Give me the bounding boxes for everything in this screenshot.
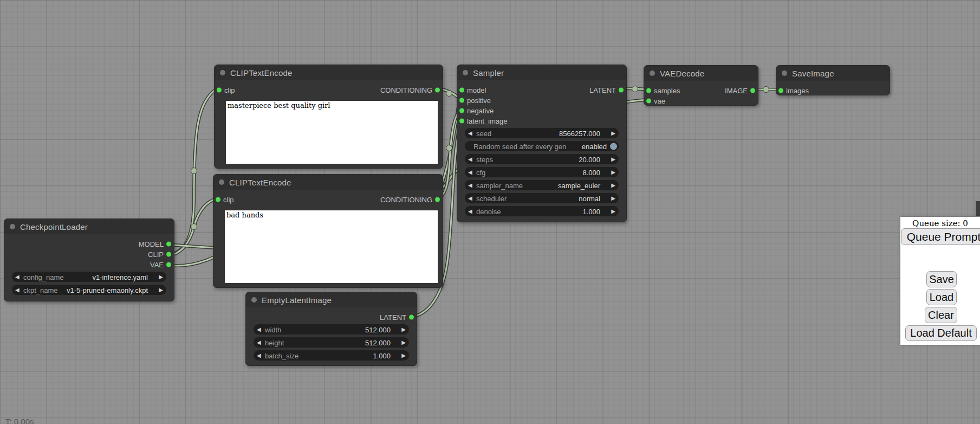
node-collapse-dot-icon[interactable] <box>650 70 655 76</box>
increment-arrow-icon[interactable]: ▶ <box>401 353 406 358</box>
increment-arrow-icon[interactable]: ▶ <box>611 157 615 162</box>
node-empty-latent-image[interactable]: EmptyLatentImageLATENT◀width512.000▶◀hei… <box>245 292 417 366</box>
prompt-textarea[interactable]: bad hands <box>225 210 438 283</box>
link-wire[interactable] <box>168 198 218 255</box>
node-clip-text-encode-negative[interactable]: CLIPTextEncodeclipCONDITIONINGbad hands <box>213 174 443 288</box>
output-port-conditioning[interactable] <box>435 87 440 92</box>
input-port-images[interactable] <box>778 88 783 93</box>
node-title-bar[interactable]: EmptyLatentImage <box>246 292 417 307</box>
save-button[interactable]: Save <box>926 271 957 287</box>
decrement-arrow-icon[interactable]: ◀ <box>468 170 472 175</box>
widget-random-seed-after-every-gen[interactable]: Random seed after every genenabled <box>465 141 619 151</box>
node-collapse-dot-icon[interactable] <box>251 297 257 303</box>
node-checkpoint-loader[interactable]: CheckpointLoaderMODELCLIPVAE◀config_name… <box>4 219 174 301</box>
widget-width[interactable]: ◀width512.000▶ <box>254 324 409 335</box>
decrement-arrow-icon[interactable]: ◀ <box>468 183 472 188</box>
link-midpoint-dot[interactable] <box>446 91 452 97</box>
decrement-arrow-icon[interactable]: ◀ <box>15 287 20 293</box>
output-port-image[interactable] <box>750 88 755 93</box>
decrement-arrow-icon[interactable]: ◀ <box>468 196 472 201</box>
link-midpoint-dot[interactable] <box>632 86 638 92</box>
link-wire[interactable] <box>168 88 218 255</box>
link-midpoint-dot[interactable] <box>191 224 197 230</box>
node-title-bar[interactable]: CLIPTextEncode <box>213 175 443 190</box>
increment-arrow-icon[interactable]: ▶ <box>401 340 406 345</box>
link-midpoint-dot[interactable] <box>446 145 452 151</box>
input-port-negative[interactable] <box>459 108 464 113</box>
node-title-bar[interactable]: CLIPTextEncode <box>215 65 443 80</box>
widget-value: sample_euler <box>558 181 600 189</box>
node-title-bar[interactable]: Sampler <box>457 65 626 80</box>
increment-arrow-icon[interactable]: ▶ <box>401 327 406 332</box>
node-title-bar[interactable]: VAEDecode <box>644 66 758 81</box>
node-collapse-dot-icon[interactable] <box>219 179 224 185</box>
node-collapse-dot-icon[interactable] <box>782 70 787 76</box>
decrement-arrow-icon[interactable]: ◀ <box>257 327 261 332</box>
increment-arrow-icon[interactable]: ▶ <box>611 209 615 214</box>
increment-arrow-icon[interactable]: ▶ <box>611 196 615 201</box>
decrement-arrow-icon[interactable]: ◀ <box>468 131 472 136</box>
node-collapse-dot-icon[interactable] <box>10 224 15 229</box>
load-button[interactable]: Load <box>926 289 957 305</box>
decrement-arrow-icon[interactable]: ◀ <box>257 353 261 358</box>
increment-arrow-icon[interactable]: ▶ <box>159 287 163 293</box>
widget-sampler-name[interactable]: ◀sampler_namesample_euler▶ <box>465 180 619 190</box>
widget-label: batch_size <box>265 351 298 359</box>
node-save-image[interactable]: SaveImageimages <box>776 65 890 95</box>
link-wire-outline <box>168 198 218 255</box>
widget-seed[interactable]: ◀seed8566257.000▶ <box>465 128 619 138</box>
decrement-arrow-icon[interactable]: ◀ <box>468 209 472 214</box>
link-midpoint-dot[interactable] <box>191 168 197 174</box>
port-row: clipCONDITIONING <box>215 85 443 95</box>
output-port-conditioning[interactable] <box>435 197 440 202</box>
input-port-label: images <box>786 86 809 94</box>
increment-arrow-icon[interactable]: ▶ <box>611 131 615 136</box>
widget-batch-size[interactable]: ◀batch_size1.000▶ <box>254 350 409 361</box>
widget-scheduler[interactable]: ◀schedulernormal▶ <box>465 193 619 203</box>
prompt-textarea[interactable]: masterpiece best quality girl <box>226 101 438 164</box>
output-port-clip[interactable] <box>166 252 171 256</box>
input-port-samples[interactable] <box>646 88 651 93</box>
node-graph-canvas[interactable]: { "canvas": { "status": "T: 0.00s" }, "i… <box>0 0 980 424</box>
output-port-latent[interactable] <box>409 314 414 319</box>
link-midpoint-dot[interactable] <box>763 87 769 93</box>
widget-height[interactable]: ◀height512.000▶ <box>254 337 409 348</box>
input-port-vae[interactable] <box>646 98 651 103</box>
node-title-bar[interactable]: SaveImage <box>776 66 890 81</box>
node-title-bar[interactable]: CheckpointLoader <box>4 219 174 234</box>
clear-button[interactable]: Clear <box>925 307 957 323</box>
input-port-label: latent_image <box>467 117 507 125</box>
port-row: images <box>776 85 890 95</box>
node-vae-decode[interactable]: VAEDecodesamplesIMAGEvae <box>644 65 758 106</box>
decrement-arrow-icon[interactable]: ◀ <box>468 157 472 162</box>
output-port-vae[interactable] <box>166 262 171 267</box>
node-collapse-dot-icon[interactable] <box>220 70 225 75</box>
ports-area: clipCONDITIONING <box>213 194 443 204</box>
decrement-arrow-icon[interactable]: ◀ <box>15 274 20 280</box>
node-collapse-dot-icon[interactable] <box>463 70 468 75</box>
port-row: LATENT <box>246 312 417 322</box>
ports-area: MODELCLIPVAE <box>4 239 174 269</box>
input-port-latent_image[interactable] <box>459 118 464 123</box>
queue-prompt-button[interactable]: Queue Prompt <box>901 228 980 245</box>
widget-ckpt-name[interactable]: ◀ckpt_namev1-5-pruned-emaonly.ckpt▶ <box>12 285 166 295</box>
decrement-arrow-icon[interactable]: ◀ <box>257 340 261 345</box>
node-clip-text-encode-positive[interactable]: CLIPTextEncodeclipCONDITIONINGmasterpiec… <box>214 65 443 169</box>
increment-arrow-icon[interactable]: ▶ <box>611 183 615 188</box>
increment-arrow-icon[interactable]: ▶ <box>611 170 615 175</box>
widget-cfg[interactable]: ◀cfg8.000▶ <box>465 167 619 177</box>
output-port-latent[interactable] <box>619 87 624 92</box>
input-port-clip[interactable] <box>216 197 220 202</box>
widget-denoise[interactable]: ◀denoise1.000▶ <box>465 206 619 216</box>
widget-config-name[interactable]: ◀config_namev1-inference.yaml▶ <box>12 272 166 282</box>
widget-steps[interactable]: ◀steps20.000▶ <box>465 154 619 164</box>
output-port-model[interactable] <box>166 241 171 246</box>
load-default-button[interactable]: Load Default <box>905 325 977 341</box>
node-sampler[interactable]: SamplermodelLATENTpositivenegativelatent… <box>457 65 627 222</box>
input-port-model[interactable] <box>459 87 464 92</box>
toggle-dot-icon[interactable] <box>610 143 617 150</box>
increment-arrow-icon[interactable]: ▶ <box>159 274 163 280</box>
input-port-clip[interactable] <box>217 87 222 92</box>
input-port-positive[interactable] <box>459 98 464 102</box>
widget-label: seed <box>476 129 491 137</box>
